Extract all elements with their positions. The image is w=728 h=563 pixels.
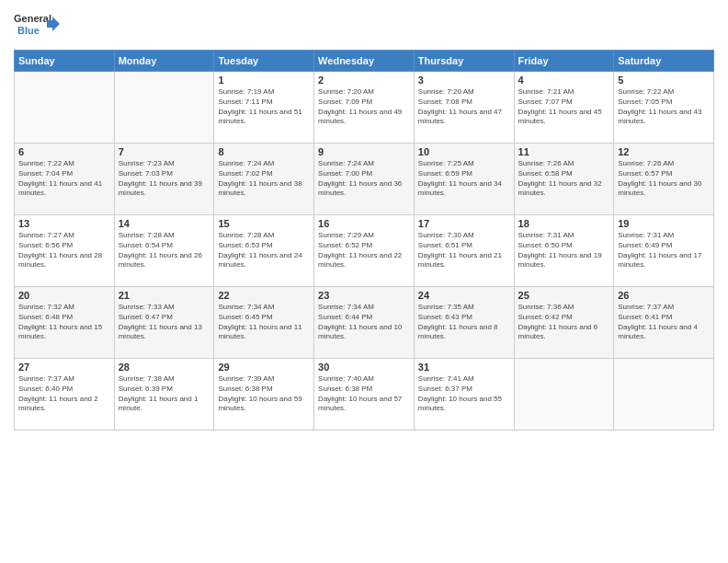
- day-info: Sunrise: 7:21 AM Sunset: 7:07 PM Dayligh…: [518, 87, 610, 127]
- calendar-day-cell: 16Sunrise: 7:29 AM Sunset: 6:52 PM Dayli…: [314, 215, 415, 287]
- calendar-day-cell: 19Sunrise: 7:31 AM Sunset: 6:49 PM Dayli…: [614, 215, 714, 287]
- calendar-day-cell: [114, 72, 214, 144]
- weekday-header-cell: Friday: [514, 51, 614, 72]
- calendar-day-cell: 10Sunrise: 7:25 AM Sunset: 6:59 PM Dayli…: [414, 144, 514, 215]
- day-info: Sunrise: 7:29 AM Sunset: 6:52 PM Dayligh…: [318, 231, 410, 270]
- day-info: Sunrise: 7:32 AM Sunset: 6:48 PM Dayligh…: [18, 303, 110, 342]
- calendar-day-cell: 26Sunrise: 7:37 AM Sunset: 6:41 PM Dayli…: [614, 287, 714, 359]
- day-info: Sunrise: 7:40 AM Sunset: 6:38 PM Dayligh…: [318, 374, 410, 414]
- day-info: Sunrise: 7:39 AM Sunset: 6:38 PM Dayligh…: [218, 374, 310, 414]
- day-info: Sunrise: 7:36 AM Sunset: 6:42 PM Dayligh…: [518, 303, 610, 342]
- day-info: Sunrise: 7:23 AM Sunset: 7:03 PM Dayligh…: [119, 159, 210, 199]
- day-number: 12: [618, 146, 710, 157]
- day-info: Sunrise: 7:34 AM Sunset: 6:44 PM Dayligh…: [318, 303, 410, 342]
- weekday-header-cell: Saturday: [614, 51, 714, 72]
- day-number: 31: [418, 362, 510, 373]
- day-number: 28: [119, 362, 210, 373]
- calendar-day-cell: 2Sunrise: 7:20 AM Sunset: 7:09 PM Daylig…: [314, 72, 415, 144]
- weekday-header-cell: Sunday: [15, 51, 115, 72]
- day-info: Sunrise: 7:24 AM Sunset: 7:02 PM Dayligh…: [218, 159, 310, 199]
- day-info: Sunrise: 7:20 AM Sunset: 7:08 PM Dayligh…: [418, 87, 510, 127]
- day-number: 20: [18, 290, 110, 301]
- calendar-day-cell: 13Sunrise: 7:27 AM Sunset: 6:56 PM Dayli…: [15, 215, 115, 287]
- day-info: Sunrise: 7:20 AM Sunset: 7:09 PM Dayligh…: [318, 87, 410, 127]
- day-number: 13: [18, 218, 110, 229]
- day-info: Sunrise: 7:26 AM Sunset: 6:58 PM Dayligh…: [518, 159, 610, 199]
- day-number: 6: [18, 146, 110, 157]
- day-number: 16: [318, 218, 410, 229]
- day-number: 4: [518, 75, 610, 86]
- calendar-day-cell: 21Sunrise: 7:33 AM Sunset: 6:47 PM Dayli…: [114, 287, 214, 359]
- logo: General Blue: [14, 9, 60, 44]
- day-number: 26: [618, 290, 710, 301]
- day-info: Sunrise: 7:37 AM Sunset: 6:41 PM Dayligh…: [618, 303, 710, 342]
- page-header: General Blue: [14, 9, 714, 44]
- day-number: 11: [518, 146, 610, 157]
- day-number: 23: [318, 290, 410, 301]
- day-info: Sunrise: 7:35 AM Sunset: 6:43 PM Dayligh…: [418, 303, 510, 342]
- calendar-body: 1Sunrise: 7:19 AM Sunset: 7:11 PM Daylig…: [15, 72, 714, 431]
- calendar-day-cell: 11Sunrise: 7:26 AM Sunset: 6:58 PM Dayli…: [514, 144, 614, 215]
- day-info: Sunrise: 7:25 AM Sunset: 6:59 PM Dayligh…: [418, 159, 510, 199]
- day-info: Sunrise: 7:26 AM Sunset: 6:57 PM Dayligh…: [618, 159, 710, 199]
- day-info: Sunrise: 7:22 AM Sunset: 7:04 PM Dayligh…: [18, 159, 110, 199]
- day-number: 19: [618, 218, 710, 229]
- calendar-day-cell: 7Sunrise: 7:23 AM Sunset: 7:03 PM Daylig…: [114, 144, 214, 215]
- day-number: 27: [18, 362, 110, 373]
- day-info: Sunrise: 7:34 AM Sunset: 6:45 PM Dayligh…: [218, 303, 310, 342]
- calendar-day-cell: 17Sunrise: 7:30 AM Sunset: 6:51 PM Dayli…: [414, 215, 514, 287]
- day-number: 22: [218, 290, 310, 301]
- day-number: 8: [218, 146, 310, 157]
- day-number: 14: [119, 218, 210, 229]
- day-info: Sunrise: 7:41 AM Sunset: 6:37 PM Dayligh…: [418, 374, 510, 414]
- calendar-table: SundayMondayTuesdayWednesdayThursdayFrid…: [14, 50, 714, 431]
- calendar-day-cell: 25Sunrise: 7:36 AM Sunset: 6:42 PM Dayli…: [514, 287, 614, 359]
- day-number: 5: [618, 75, 710, 86]
- day-number: 9: [318, 146, 410, 157]
- calendar-day-cell: 20Sunrise: 7:32 AM Sunset: 6:48 PM Dayli…: [15, 287, 115, 359]
- day-number: 17: [418, 218, 510, 229]
- calendar-day-cell: 3Sunrise: 7:20 AM Sunset: 7:08 PM Daylig…: [414, 72, 514, 144]
- weekday-header-cell: Wednesday: [314, 51, 415, 72]
- calendar-day-cell: 14Sunrise: 7:28 AM Sunset: 6:54 PM Dayli…: [114, 215, 214, 287]
- calendar-week-row: 20Sunrise: 7:32 AM Sunset: 6:48 PM Dayli…: [15, 287, 714, 359]
- day-info: Sunrise: 7:37 AM Sunset: 6:40 PM Dayligh…: [18, 374, 110, 414]
- day-number: 24: [418, 290, 510, 301]
- weekday-header-cell: Thursday: [414, 51, 514, 72]
- calendar-day-cell: 5Sunrise: 7:22 AM Sunset: 7:05 PM Daylig…: [614, 72, 714, 144]
- calendar-day-cell: 29Sunrise: 7:39 AM Sunset: 6:38 PM Dayli…: [214, 359, 314, 431]
- day-number: 30: [318, 362, 410, 373]
- calendar-week-row: 27Sunrise: 7:37 AM Sunset: 6:40 PM Dayli…: [15, 359, 714, 431]
- day-number: 18: [518, 218, 610, 229]
- day-info: Sunrise: 7:22 AM Sunset: 7:05 PM Dayligh…: [618, 87, 710, 127]
- svg-text:Blue: Blue: [17, 25, 40, 36]
- calendar-week-row: 6Sunrise: 7:22 AM Sunset: 7:04 PM Daylig…: [15, 144, 714, 215]
- calendar-week-row: 13Sunrise: 7:27 AM Sunset: 6:56 PM Dayli…: [15, 215, 714, 287]
- calendar-day-cell: 18Sunrise: 7:31 AM Sunset: 6:50 PM Dayli…: [514, 215, 614, 287]
- day-info: Sunrise: 7:28 AM Sunset: 6:53 PM Dayligh…: [218, 231, 310, 270]
- svg-text:General: General: [14, 13, 51, 24]
- day-number: 21: [119, 290, 210, 301]
- day-info: Sunrise: 7:38 AM Sunset: 6:39 PM Dayligh…: [119, 374, 210, 414]
- calendar-day-cell: 15Sunrise: 7:28 AM Sunset: 6:53 PM Dayli…: [214, 215, 314, 287]
- day-info: Sunrise: 7:30 AM Sunset: 6:51 PM Dayligh…: [418, 231, 510, 270]
- calendar-day-cell: 27Sunrise: 7:37 AM Sunset: 6:40 PM Dayli…: [15, 359, 115, 431]
- calendar-week-row: 1Sunrise: 7:19 AM Sunset: 7:11 PM Daylig…: [15, 72, 714, 144]
- calendar-day-cell: 31Sunrise: 7:41 AM Sunset: 6:37 PM Dayli…: [414, 359, 514, 431]
- day-info: Sunrise: 7:19 AM Sunset: 7:11 PM Dayligh…: [218, 87, 310, 127]
- calendar-day-cell: 30Sunrise: 7:40 AM Sunset: 6:38 PM Dayli…: [314, 359, 415, 431]
- day-number: 3: [418, 75, 510, 86]
- calendar-day-cell: [614, 359, 714, 431]
- calendar-day-cell: [15, 72, 115, 144]
- calendar-day-cell: 9Sunrise: 7:24 AM Sunset: 7:00 PM Daylig…: [314, 144, 415, 215]
- weekday-header-cell: Monday: [114, 51, 214, 72]
- calendar-day-cell: 24Sunrise: 7:35 AM Sunset: 6:43 PM Dayli…: [414, 287, 514, 359]
- calendar-day-cell: [514, 359, 614, 431]
- day-number: 7: [119, 146, 210, 157]
- calendar-day-cell: 22Sunrise: 7:34 AM Sunset: 6:45 PM Dayli…: [214, 287, 314, 359]
- day-number: 2: [318, 75, 410, 86]
- day-number: 29: [218, 362, 310, 373]
- day-info: Sunrise: 7:28 AM Sunset: 6:54 PM Dayligh…: [119, 231, 210, 270]
- day-number: 1: [218, 75, 310, 86]
- weekday-header-cell: Tuesday: [214, 51, 314, 72]
